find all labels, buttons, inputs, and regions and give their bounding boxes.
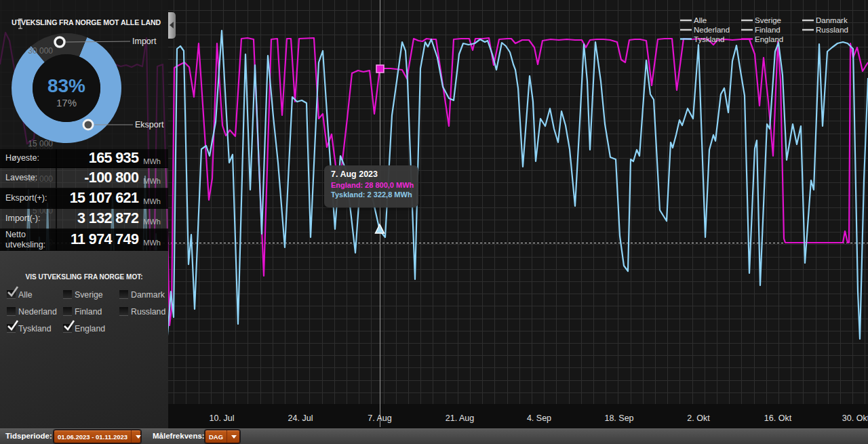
- svg-text:16. Okt: 16. Okt: [764, 413, 792, 423]
- svg-text:Tyskland: Tyskland: [694, 35, 724, 43]
- svg-text:24. Jul: 24. Jul: [288, 413, 313, 423]
- svg-text:7. Aug: 7. Aug: [368, 413, 391, 423]
- svg-text:4. Sep: 4. Sep: [527, 413, 551, 423]
- svg-text:2. Okt: 2. Okt: [687, 413, 710, 423]
- svg-text:30 000: 30 000: [28, 46, 53, 56]
- svg-text:Finland: Finland: [755, 26, 781, 34]
- svg-text:Danmark: Danmark: [816, 16, 848, 24]
- svg-text:England: England: [755, 35, 783, 43]
- svg-text:18. Sep: 18. Sep: [604, 413, 633, 423]
- svg-text:Russland: Russland: [816, 26, 848, 34]
- svg-text:10. Jul: 10. Jul: [210, 413, 235, 423]
- svg-text:21. Aug: 21. Aug: [446, 413, 474, 423]
- svg-text:Alle: Alle: [694, 16, 707, 24]
- svg-text:15 000: 15 000: [28, 139, 53, 148]
- svg-text:Nederland: Nederland: [694, 26, 730, 34]
- svg-text:Sverige: Sverige: [755, 16, 781, 24]
- svg-text:30. Okt: 30. Okt: [842, 413, 868, 423]
